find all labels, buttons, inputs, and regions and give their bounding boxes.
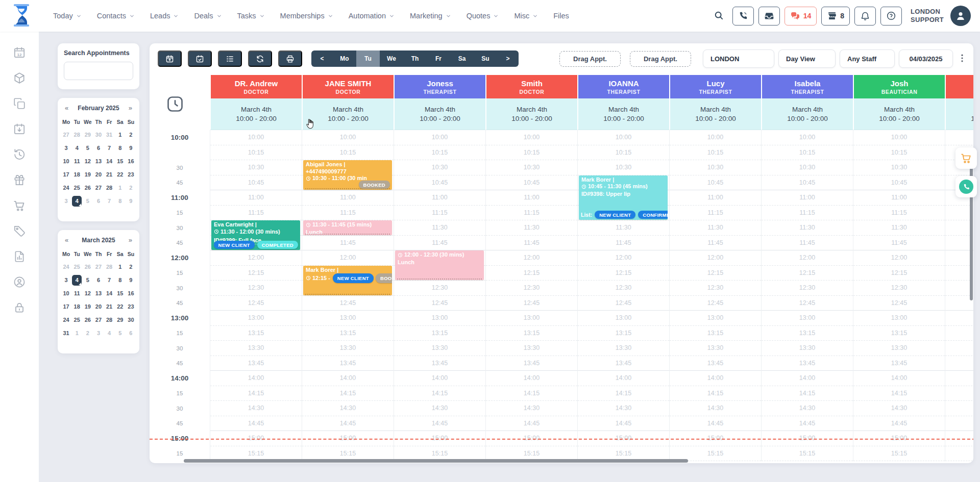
nav-item-files[interactable]: Files (553, 12, 569, 20)
nav-item-misc[interactable]: Misc (514, 12, 538, 20)
calendar-day[interactable]: 15 (115, 156, 125, 167)
time-slot[interactable]: 14:00 (670, 371, 761, 386)
help-button[interactable] (880, 7, 902, 26)
calendar-day[interactable]: 23 (126, 301, 136, 312)
staff-header-joness[interactable]: JonessTHERAPIST (394, 75, 485, 98)
calendar-day[interactable]: 18 (72, 301, 82, 312)
time-slot[interactable]: 14:15 (762, 386, 853, 401)
time-slot[interactable]: 12:00 (210, 250, 302, 266)
calendar-day[interactable]: 25 (72, 183, 82, 193)
staff-header-dr-andrew[interactable]: DR. AndrewDOCTOR (210, 75, 302, 98)
time-slot[interactable]: 13:00 (302, 311, 394, 326)
calendar-import-icon[interactable] (13, 122, 26, 136)
time-slot[interactable]: 12:45 (578, 296, 669, 311)
time-slot[interactable]: 13:15 (486, 326, 577, 341)
next-month-button[interactable]: » (128, 104, 133, 112)
nav-item-today[interactable]: Today (53, 12, 82, 20)
calendar-day[interactable]: 26 (83, 315, 92, 325)
time-slot[interactable]: 12:45 (853, 296, 945, 311)
column-date-header[interactable]: March 4th10:00 - 20:00 (761, 98, 853, 130)
time-slot[interactable]: 12:30 (394, 281, 485, 296)
calendar-day[interactable]: 8 (115, 275, 125, 286)
time-slot[interactable]: 12:15 (853, 266, 945, 281)
time-slot[interactable]: 14:00 (945, 371, 973, 386)
time-slot[interactable]: 12:45 (670, 296, 761, 311)
calendar-day[interactable]: 7 (105, 275, 114, 286)
checklist-button[interactable] (218, 50, 242, 67)
time-slot[interactable]: 14:15 (210, 386, 302, 401)
time-slot[interactable]: 10:15 (670, 145, 761, 161)
calendar-day[interactable]: 16 (126, 288, 136, 299)
time-slot[interactable]: 10:30 (762, 160, 853, 175)
time-slot[interactable]: 11:00 (853, 190, 945, 206)
calendar-day[interactable]: 9 (126, 143, 136, 154)
time-slot[interactable]: 12:45 (210, 296, 302, 311)
staff-header-lucy[interactable]: LucyTHERAPIST (669, 75, 761, 98)
day-tab-sa[interactable]: Sa (450, 50, 474, 67)
calendar-day[interactable]: 1 (115, 130, 125, 140)
time-slot[interactable]: 14:45 (302, 416, 394, 432)
nav-item-memberships[interactable]: Memberships (280, 12, 333, 20)
time-slot[interactable]: 10:45 (853, 175, 945, 191)
time-slot[interactable]: 14:00 (853, 371, 945, 386)
time-slot[interactable]: 13:30 (486, 341, 577, 356)
calendar-day[interactable]: 1 (115, 262, 125, 272)
history-icon[interactable] (13, 148, 26, 161)
time-slot[interactable]: 11:00 (670, 190, 761, 206)
time-slot[interactable]: 11:15 (670, 206, 761, 221)
time-slot[interactable]: 11:30 (945, 220, 973, 236)
calendar-day[interactable]: 30 (126, 315, 136, 325)
time-slot[interactable]: 13:30 (394, 341, 485, 356)
time-slot[interactable]: 14:30 (853, 401, 945, 416)
time-slot[interactable]: 10:45 (210, 175, 302, 191)
calendar-day[interactable]: 27 (61, 130, 71, 140)
calendar-day[interactable]: 8 (115, 196, 125, 207)
nav-item-contacts[interactable]: Contacts (97, 12, 135, 20)
calendar-day[interactable]: 31 (61, 328, 71, 339)
time-slot[interactable]: 14:45 (486, 416, 577, 432)
next-day-button[interactable]: > (497, 50, 519, 67)
time-slot[interactable]: 11:00 (486, 190, 577, 206)
time-slot[interactable]: 13:15 (578, 326, 669, 341)
time-slot[interactable]: 11:00 (394, 190, 485, 206)
calendar-day[interactable]: 5 (83, 143, 92, 154)
calendar-day[interactable]: 10 (61, 156, 71, 167)
day-tab-we[interactable]: We (380, 50, 403, 67)
calendar-day[interactable]: 18 (72, 169, 82, 180)
time-slot[interactable]: 14:30 (945, 401, 973, 416)
time-slot[interactable]: 11:00 (302, 190, 394, 206)
phone-button[interactable] (732, 7, 754, 26)
staff-header-josh[interactable]: JoshBEAUTICIAN (853, 75, 945, 98)
copy-icon[interactable] (13, 97, 26, 110)
appointment[interactable]: Abigail Jones |+44749000977710:30 - 11:0… (303, 160, 392, 190)
time-slot[interactable]: 13:15 (853, 326, 945, 341)
time-slot[interactable]: 14:45 (762, 416, 853, 432)
time-slot[interactable]: 15:15 (853, 446, 945, 462)
calendar-day[interactable]: 9 (126, 196, 136, 207)
time-slot[interactable]: 12:30 (762, 281, 853, 296)
calendar-day[interactable]: 28 (72, 130, 82, 140)
column-date-header[interactable]: March 4th10:00 - 20:00 (302, 98, 394, 130)
drag-appt-button-2[interactable]: Drag Appt. (630, 51, 691, 67)
calendar-day[interactable]: 28 (105, 183, 114, 193)
time-slot[interactable]: 12:00 (945, 250, 973, 266)
time-slot[interactable]: 10:45 (762, 175, 853, 191)
print-button[interactable] (278, 50, 302, 67)
calendar-day[interactable]: 2 (126, 262, 136, 272)
calendar-day[interactable]: 3 (61, 275, 71, 286)
time-slot[interactable]: 13:00 (486, 311, 577, 326)
time-slot[interactable]: 12:00 (762, 250, 853, 266)
time-slot[interactable]: 12:15 (670, 266, 761, 281)
appointment[interactable]: Mark Borer |12:15 - NEW CLIENTBOOKED (303, 266, 392, 295)
time-slot[interactable]: 14:30 (394, 401, 485, 416)
nav-item-marketing[interactable]: Marketing (410, 12, 451, 20)
time-slot[interactable]: 13:15 (762, 326, 853, 341)
time-slot[interactable]: 15:15 (945, 446, 973, 462)
time-slot[interactable]: 14:45 (670, 416, 761, 432)
refresh-button[interactable] (248, 50, 272, 67)
calendar-day[interactable]: 24 (61, 183, 71, 193)
price-tag-icon[interactable] (13, 224, 26, 238)
time-slot[interactable]: 14:45 (945, 416, 973, 432)
view-select[interactable]: Day View (778, 49, 836, 68)
nav-item-quotes[interactable]: Quotes (467, 12, 499, 20)
